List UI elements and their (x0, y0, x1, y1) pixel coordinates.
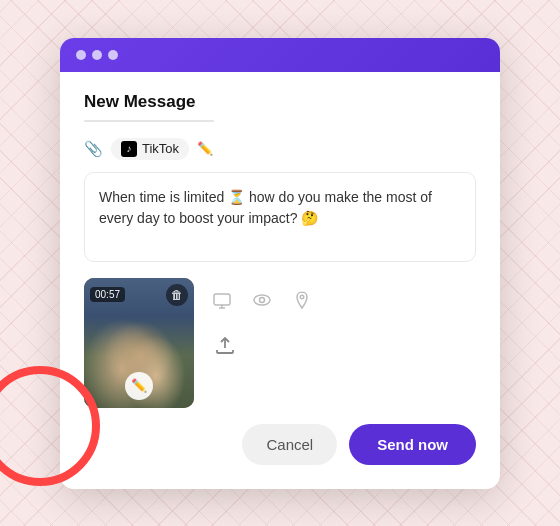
send-now-button[interactable]: Send now (349, 424, 476, 465)
window-dot-3 (108, 50, 118, 60)
modal-body: New Message 📎 TikTok ✏️ When time is lim… (60, 72, 500, 489)
tiktok-badge[interactable]: TikTok (111, 138, 189, 160)
upload-icon-button[interactable] (212, 332, 238, 358)
title-underline (84, 120, 214, 122)
title-bar (60, 38, 500, 72)
modal-title: New Message (84, 92, 476, 112)
svg-point-3 (254, 295, 270, 305)
window-dot-1 (76, 50, 86, 60)
screen-icon-button[interactable] (210, 288, 234, 312)
recipient-edit-icon[interactable]: ✏️ (197, 141, 213, 156)
content-area: 00:57 🗑 ✏️ (84, 278, 476, 408)
tiktok-logo-icon (121, 141, 137, 157)
recipient-row: 📎 TikTok ✏️ (84, 138, 476, 160)
svg-point-5 (300, 295, 304, 299)
modal-window: New Message 📎 TikTok ✏️ When time is lim… (60, 38, 500, 489)
action-row: Cancel Send now (84, 424, 476, 465)
message-text: When time is limited ⏳ how do you make t… (99, 187, 461, 229)
cancel-button[interactable]: Cancel (242, 424, 337, 465)
edit-thumbnail-button[interactable]: ✏️ (125, 372, 153, 400)
platform-label: TikTok (142, 141, 179, 156)
svg-rect-0 (214, 294, 230, 305)
delete-thumbnail-button[interactable]: 🗑 (166, 284, 188, 306)
message-area[interactable]: When time is limited ⏳ how do you make t… (84, 172, 476, 262)
window-dot-2 (92, 50, 102, 60)
svg-point-4 (260, 297, 265, 302)
paperclip-icon[interactable]: 📎 (84, 140, 103, 158)
right-icons-panel (210, 278, 314, 358)
video-timestamp: 00:57 (90, 287, 125, 302)
icon-row-1 (210, 288, 314, 312)
location-icon-button[interactable] (290, 288, 314, 312)
thumbnail-overlay: 00:57 🗑 (90, 284, 188, 306)
thumbnail-container: 00:57 🗑 ✏️ (84, 278, 194, 408)
upload-icon-area (210, 332, 314, 358)
eye-icon-button[interactable] (250, 288, 274, 312)
